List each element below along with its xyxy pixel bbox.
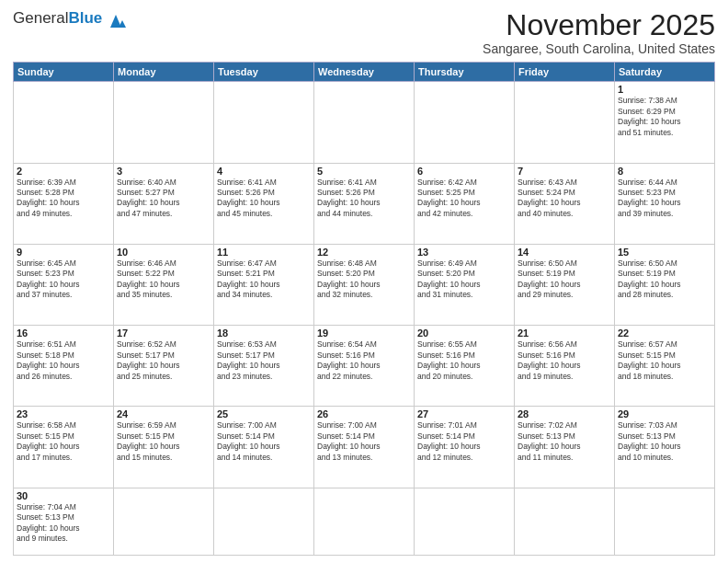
table-row: 25Sunrise: 7:00 AMSunset: 5:14 PMDayligh… <box>214 407 314 488</box>
day-number: 24 <box>117 408 210 419</box>
cell-text: Sunrise: 7:02 AM <box>518 420 611 431</box>
cell-text: Sunset: 5:16 PM <box>317 350 411 361</box>
calendar-week-row: 16Sunrise: 6:51 AMSunset: 5:18 PMDayligh… <box>14 326 715 407</box>
cell-text: and 44 minutes. <box>317 209 411 219</box>
cell-text: Sunrise: 6:52 AM <box>117 339 210 350</box>
day-number: 5 <box>317 166 411 177</box>
calendar-week-row: 23Sunrise: 6:58 AMSunset: 5:15 PMDayligh… <box>14 407 715 488</box>
cell-text: Daylight: 10 hours <box>17 523 110 534</box>
table-row: 12Sunrise: 6:48 AMSunset: 5:20 PMDayligh… <box>314 244 415 325</box>
cell-text: Sunrise: 6:50 AM <box>518 259 611 269</box>
day-number: 14 <box>518 247 611 258</box>
cell-text: Sunset: 5:25 PM <box>417 188 511 198</box>
table-row: 30Sunrise: 7:04 AMSunset: 5:13 PMDayligh… <box>14 488 114 555</box>
page: General Blue November 2025 Sangaree, Sou… <box>0 0 728 563</box>
day-number: 1 <box>618 84 711 95</box>
cell-text: Sunrise: 6:42 AM <box>417 178 511 188</box>
cell-text: and 20 minutes. <box>417 372 511 382</box>
table-row: 9Sunrise: 6:45 AMSunset: 5:23 PMDaylight… <box>14 244 114 325</box>
day-number: 26 <box>317 408 411 419</box>
cell-text: Sunrise: 6:50 AM <box>618 259 711 269</box>
day-number: 18 <box>217 327 311 339</box>
cell-text: Sunrise: 6:39 AM <box>17 178 110 188</box>
cell-text: Sunrise: 6:41 AM <box>217 178 311 188</box>
cell-text: Sunrise: 6:41 AM <box>317 178 411 188</box>
cell-text: Daylight: 10 hours <box>518 280 611 290</box>
table-row: 3Sunrise: 6:40 AMSunset: 5:27 PMDaylight… <box>114 163 214 244</box>
col-thursday: Thursday <box>415 63 515 82</box>
table-row: 19Sunrise: 6:54 AMSunset: 5:16 PMDayligh… <box>314 326 415 407</box>
table-row: 16Sunrise: 6:51 AMSunset: 5:18 PMDayligh… <box>14 326 114 407</box>
cell-text: Sunset: 5:16 PM <box>518 350 611 361</box>
cell-text: Daylight: 10 hours <box>317 280 411 290</box>
day-number: 7 <box>518 166 611 177</box>
cell-text: and 25 minutes. <box>117 372 210 382</box>
cell-text: and 45 minutes. <box>217 209 311 219</box>
table-row <box>615 488 715 555</box>
cell-text: Sunset: 5:23 PM <box>618 188 711 198</box>
table-row: 10Sunrise: 6:46 AMSunset: 5:22 PMDayligh… <box>114 244 214 325</box>
cell-text: Sunrise: 6:56 AM <box>518 339 611 350</box>
cell-text: and 11 minutes. <box>518 453 611 463</box>
logo: General Blue <box>13 9 126 28</box>
cell-text: Daylight: 10 hours <box>618 442 711 452</box>
day-number: 19 <box>317 327 411 339</box>
cell-text: Daylight: 10 hours <box>117 442 210 452</box>
day-number: 16 <box>17 327 110 339</box>
cell-text: Daylight: 10 hours <box>217 198 311 208</box>
calendar-week-row: 2Sunrise: 6:39 AMSunset: 5:28 PMDaylight… <box>14 163 715 244</box>
table-row: 15Sunrise: 6:50 AMSunset: 5:19 PMDayligh… <box>615 244 715 325</box>
cell-text: and 47 minutes. <box>117 209 210 219</box>
cell-text: Daylight: 10 hours <box>217 442 311 452</box>
table-row <box>114 488 214 555</box>
cell-text: Sunset: 5:15 PM <box>117 431 210 442</box>
table-row: 11Sunrise: 6:47 AMSunset: 5:21 PMDayligh… <box>214 244 314 325</box>
cell-text: Sunset: 5:27 PM <box>117 188 210 198</box>
table-row: 20Sunrise: 6:55 AMSunset: 5:16 PMDayligh… <box>415 326 515 407</box>
cell-text: Sunset: 5:17 PM <box>117 350 210 361</box>
table-row: 28Sunrise: 7:02 AMSunset: 5:13 PMDayligh… <box>515 407 615 488</box>
cell-text: and 35 minutes. <box>117 290 210 300</box>
cell-text: Sunset: 5:13 PM <box>618 431 711 442</box>
cell-text: Sunset: 5:20 PM <box>317 269 411 279</box>
cell-text: Sunset: 5:17 PM <box>217 350 311 361</box>
cell-text: Sunrise: 6:55 AM <box>417 339 511 350</box>
cell-text: Sunrise: 6:53 AM <box>217 339 311 350</box>
day-number: 29 <box>618 408 711 419</box>
cell-text: Sunset: 5:19 PM <box>518 269 611 279</box>
cell-text: Sunset: 5:22 PM <box>117 269 210 279</box>
table-row: 4Sunrise: 6:41 AMSunset: 5:26 PMDaylight… <box>214 163 314 244</box>
cell-text: Daylight: 10 hours <box>117 361 210 371</box>
month-title: November 2025 <box>483 9 715 41</box>
cell-text: and 12 minutes. <box>417 453 511 463</box>
calendar-week-row: 1Sunrise: 7:38 AMSunset: 6:29 PMDaylight… <box>14 82 715 163</box>
location: Sangaree, South Carolina, United States <box>483 41 715 56</box>
table-row: 7Sunrise: 6:43 AMSunset: 5:24 PMDaylight… <box>515 163 615 244</box>
table-row: 22Sunrise: 6:57 AMSunset: 5:15 PMDayligh… <box>615 326 715 407</box>
cell-text: Daylight: 10 hours <box>618 361 711 371</box>
cell-text: and 19 minutes. <box>518 372 611 382</box>
cell-text: Daylight: 10 hours <box>618 198 711 208</box>
cell-text: Daylight: 10 hours <box>417 442 511 452</box>
day-number: 3 <box>117 166 210 177</box>
table-row <box>114 82 214 163</box>
day-number: 4 <box>217 166 311 177</box>
cell-text: and 22 minutes. <box>317 372 411 382</box>
cell-text: Sunset: 5:15 PM <box>17 431 110 442</box>
cell-text: Sunset: 5:26 PM <box>217 188 311 198</box>
cell-text: Sunset: 5:23 PM <box>17 269 110 279</box>
table-row <box>214 488 314 555</box>
day-number: 21 <box>518 327 611 339</box>
cell-text: Sunrise: 6:59 AM <box>117 420 210 431</box>
table-row <box>14 82 114 163</box>
calendar-week-row: 30Sunrise: 7:04 AMSunset: 5:13 PMDayligh… <box>14 488 715 555</box>
cell-text: and 10 minutes. <box>618 453 711 463</box>
cell-text: Sunset: 5:13 PM <box>17 512 110 523</box>
table-row: 21Sunrise: 6:56 AMSunset: 5:16 PMDayligh… <box>515 326 615 407</box>
table-row: 29Sunrise: 7:03 AMSunset: 5:13 PMDayligh… <box>615 407 715 488</box>
table-row <box>214 82 314 163</box>
cell-text: and 31 minutes. <box>417 290 511 300</box>
cell-text: Daylight: 10 hours <box>17 280 110 290</box>
cell-text: and 42 minutes. <box>417 209 511 219</box>
col-saturday: Saturday <box>615 63 715 82</box>
